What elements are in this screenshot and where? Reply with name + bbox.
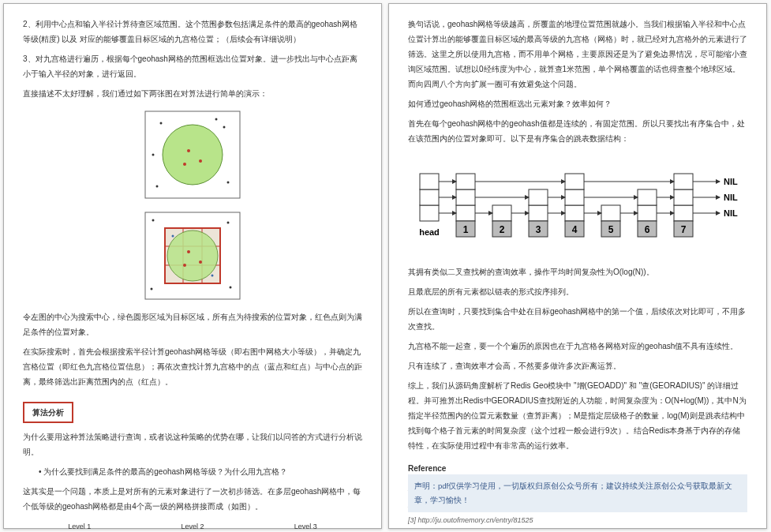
circle-grid-diagram-icon xyxy=(137,208,248,303)
skiplist-diagram-icon: head1234567NILNILNIL xyxy=(412,154,743,257)
para-why-strategy: 为什么要用这种算法策略进行查询，或者说这种策略的优势在哪，让我们以问答的方式进行… xyxy=(23,429,362,459)
bullet-q1: 为什么要找到满足条件的最高的geohash网格等级？为什么用九宫格？ xyxy=(39,464,362,479)
svg-text:NIL: NIL xyxy=(724,177,738,186)
para-step3: 3、对九宫格进行遍历，根据每个geohash网格的范围框选出位置对象。进一步找出… xyxy=(23,51,362,81)
para-right-1: 换句话说，geohash网格等级越高，所覆盖的地理位置范围就越小。当我们根据输入… xyxy=(408,17,747,92)
svg-rect-153 xyxy=(529,189,548,205)
svg-rect-158 xyxy=(565,174,584,189)
svg-text:6: 6 xyxy=(645,224,650,235)
svg-point-9 xyxy=(215,118,218,121)
svg-point-25 xyxy=(230,287,232,289)
page-left: 2、利用中心点和输入半径计算待查区域范围。这个范围参数包括满足条件的最高的geo… xyxy=(3,3,382,529)
para-explain-fig: 令左图的中心为搜索中心，绿色圆形区域为目标区域，所有点为待搜索的位置对象，红色点… xyxy=(23,309,362,339)
svg-point-27 xyxy=(151,288,153,290)
level1-label: Level 1 xyxy=(68,520,91,532)
svg-point-2 xyxy=(187,149,190,152)
svg-text:1: 1 xyxy=(463,224,469,235)
svg-text:NIL: NIL xyxy=(724,193,738,202)
svg-rect-149 xyxy=(492,205,511,221)
svg-rect-146 xyxy=(456,174,475,189)
svg-rect-169 xyxy=(674,189,693,205)
para-summary: 综上，我们从源码角度解析了Redis Geo模块中 "增(GEOADD)" 和 … xyxy=(408,378,747,453)
level2-label: Level 2 xyxy=(181,520,204,532)
svg-rect-168 xyxy=(674,205,693,221)
para-explain-search: 在实际搜索时，首先会根据搜索半径计算geohash网格等级（即右图中网格大小等级… xyxy=(23,344,362,389)
svg-point-8 xyxy=(156,185,159,188)
svg-point-21 xyxy=(183,264,186,267)
svg-rect-164 xyxy=(638,205,657,221)
svg-point-18 xyxy=(167,230,218,281)
svg-rect-161 xyxy=(601,205,620,221)
level-labels-row: Level 1 Level 2 Level 3 xyxy=(23,520,362,532)
svg-rect-152 xyxy=(529,205,548,221)
para-continuous: 只有连续了，查询效率才会高，不然要多做许多次距离运算。 xyxy=(408,358,747,373)
svg-point-3 xyxy=(199,159,202,163)
heading-analysis: 算法分析 xyxy=(23,402,73,423)
svg-rect-157 xyxy=(565,189,584,205)
para-answer-q1: 这其实是一个问题，本质上是对所有的元素对象进行了一次初步筛选。在多层geohas… xyxy=(23,484,362,514)
svg-text:7: 7 xyxy=(681,224,687,235)
svg-rect-145 xyxy=(456,189,475,205)
para-complexity: 其拥有类似二叉查找树的查询效率，操作平均时间复杂性为O(log(N))。 xyxy=(408,264,747,279)
figure-circle-2 xyxy=(23,208,362,303)
svg-point-5 xyxy=(160,122,163,125)
svg-text:head: head xyxy=(419,227,440,237)
svg-point-1 xyxy=(163,125,223,185)
svg-point-7 xyxy=(227,182,230,184)
question-geohash-select: 如何通过geohash网格的范围框选出元素对象？效率如何？ xyxy=(408,96,747,111)
svg-rect-165 xyxy=(638,189,657,205)
para-linked: 且最底层的所有元素都以链表的形式按序排列。 xyxy=(408,284,747,299)
svg-text:3: 3 xyxy=(536,224,541,235)
svg-point-24 xyxy=(152,219,155,222)
para-intro-figs: 直接描述不太好理解，我们通过如下两张图在对算法进行简单的演示： xyxy=(23,86,362,101)
para-query: 所以在查询时，只要找到集合中处在目标geohash网格中的第一个值，后续依次对比… xyxy=(408,304,747,334)
svg-text:2: 2 xyxy=(500,224,505,235)
level3-label: Level 3 xyxy=(294,520,317,532)
svg-point-20 xyxy=(199,260,202,264)
para-step2: 2、利用中心点和输入半径计算待查区域范围。这个范围参数包括满足条件的最高的geo… xyxy=(23,17,362,47)
svg-text:5: 5 xyxy=(608,224,614,235)
svg-rect-144 xyxy=(456,205,475,221)
svg-rect-140 xyxy=(420,205,439,221)
svg-point-26 xyxy=(227,222,230,224)
svg-rect-142 xyxy=(420,174,439,189)
svg-rect-141 xyxy=(420,189,439,205)
disclaimer-bar: 声明：pdf仅供学习使用，一切版权归原创公众号所有；建议持续关注原创公众号获取最… xyxy=(408,474,747,512)
svg-point-4 xyxy=(183,163,186,166)
page-right: 换句话说，geohash网格等级越高，所覆盖的地理位置范围就越小。当我们根据输入… xyxy=(388,3,767,529)
svg-rect-170 xyxy=(674,174,693,189)
para-skiplist-intro: 首先在每个geohash网格中的geohash值都是连续的，有固定范围。所以只要… xyxy=(408,116,747,146)
svg-point-6 xyxy=(223,126,226,129)
svg-text:NIL: NIL xyxy=(724,208,738,218)
svg-rect-156 xyxy=(565,205,584,221)
circle-points-diagram-icon xyxy=(137,107,248,202)
svg-point-19 xyxy=(187,250,190,253)
figure-circle-1 xyxy=(23,107,362,202)
svg-point-22 xyxy=(172,235,174,238)
para-nine-grid: 九宫格不能一起查，要一个个遍历的原因也在于九宫格各网格对应的geohash值不具… xyxy=(408,339,747,354)
svg-point-23 xyxy=(211,275,214,277)
ref-3: [3] http://ju.outofmemory.cn/entry/81525 xyxy=(408,514,747,527)
svg-text:4: 4 xyxy=(572,224,578,235)
svg-point-10 xyxy=(152,154,155,156)
